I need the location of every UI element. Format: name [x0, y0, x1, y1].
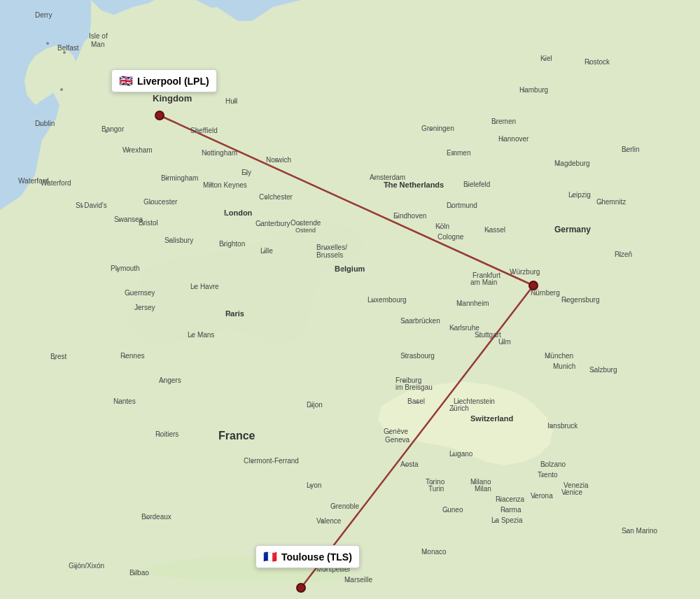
svg-point-151: [158, 434, 161, 437]
svg-point-148: [190, 334, 193, 337]
svg-point-211: [550, 425, 553, 428]
svg-point-207: [503, 509, 506, 512]
svg-point-147: [193, 286, 196, 288]
svg-point-134: [265, 197, 267, 199]
svg-point-140: [80, 205, 83, 208]
svg-text:France: France: [218, 430, 255, 442]
svg-text:Basel: Basel: [407, 397, 425, 405]
svg-point-169: [403, 355, 406, 358]
map-container: Derry Belfast Dublin Waterford Isle of M…: [0, 0, 700, 599]
svg-text:Saarbrücken: Saarbrücken: [400, 317, 440, 325]
svg-point-214: [445, 509, 448, 512]
svg-point-167: [371, 300, 374, 302]
svg-text:Brighton: Brighton: [219, 240, 245, 248]
svg-point-219: [529, 281, 538, 290]
svg-text:Köln: Köln: [435, 223, 449, 230]
svg-point-144: [137, 306, 140, 309]
svg-point-220: [297, 584, 305, 592]
svg-point-217: [424, 551, 427, 554]
svg-point-213: [494, 520, 497, 523]
svg-point-204: [431, 481, 434, 484]
svg-point-131: [245, 172, 248, 175]
svg-text:Groningen: Groningen: [421, 125, 454, 132]
svg-text:The Netherlands: The Netherlands: [384, 181, 444, 189]
svg-text:Plymouth: Plymouth: [111, 265, 140, 272]
map-svg: Derry Belfast Dublin Waterford Isle of M…: [0, 0, 700, 599]
svg-point-168: [403, 320, 406, 323]
svg-text:Plzeň: Plzeň: [615, 251, 632, 258]
svg-point-124: [105, 130, 108, 133]
svg-text:Munich: Munich: [553, 362, 575, 370]
svg-text:Venezia: Venezia: [564, 481, 589, 489]
svg-point-185: [487, 230, 490, 232]
svg-text:Belfast: Belfast: [57, 44, 79, 52]
svg-point-183: [588, 62, 591, 64]
svg-text:Berlin: Berlin: [622, 146, 640, 153]
svg-text:Derry: Derry: [35, 11, 52, 19]
svg-point-193: [599, 202, 602, 204]
svg-point-145: [53, 357, 56, 360]
svg-text:Genève: Genève: [384, 428, 408, 435]
svg-point-189: [512, 272, 515, 274]
svg-text:Turin: Turin: [428, 485, 444, 493]
svg-point-194: [557, 163, 560, 166]
svg-point-170: [403, 380, 406, 383]
svg-point-174: [429, 128, 432, 131]
svg-point-178: [466, 184, 469, 187]
svg-text:Belgium: Belgium: [335, 265, 365, 273]
toulouse-label: 🇫🇷 Toulouse (TLS): [255, 545, 360, 568]
svg-text:Luxembourg: Luxembourg: [368, 296, 407, 304]
svg-text:Kingdom: Kingdom: [153, 93, 192, 104]
svg-text:Kiel: Kiel: [540, 55, 552, 62]
svg-point-137: [142, 223, 145, 225]
svg-text:Bordeaux: Bordeaux: [141, 513, 172, 521]
svg-point-195: [624, 149, 627, 152]
svg-text:Cologne: Cologne: [438, 233, 464, 241]
svg-point-165: [325, 247, 328, 250]
svg-text:Valence: Valence: [316, 517, 342, 525]
svg-point-179: [501, 139, 504, 141]
svg-point-161: [347, 579, 350, 582]
svg-point-216: [625, 530, 628, 533]
svg-point-133: [149, 202, 152, 204]
svg-point-162: [309, 404, 312, 407]
svg-text:Man: Man: [91, 41, 104, 48]
svg-text:Trento: Trento: [538, 471, 558, 479]
svg-text:Ostend: Ostend: [295, 227, 316, 234]
svg-point-210: [543, 464, 546, 467]
svg-text:Sheffield: Sheffield: [190, 127, 218, 134]
svg-point-201: [388, 431, 391, 434]
svg-text:Bilbao: Bilbao: [130, 569, 149, 577]
svg-point-186: [459, 303, 462, 306]
svg-point-184: [438, 226, 441, 229]
svg-point-126: [234, 100, 237, 103]
svg-point-202: [405, 464, 407, 467]
svg-point-158: [333, 505, 336, 508]
svg-point-160: [324, 568, 327, 571]
svg-text:Bruxelles/: Bruxelles/: [316, 244, 347, 251]
svg-point-120: [63, 51, 66, 54]
svg-point-143: [128, 293, 131, 295]
svg-point-190: [533, 293, 536, 295]
svg-text:Waterford: Waterford: [18, 177, 49, 185]
svg-text:Geneva: Geneva: [385, 436, 410, 444]
svg-point-152: [228, 313, 231, 316]
svg-point-153: [146, 516, 148, 519]
svg-text:Ulm: Ulm: [498, 338, 511, 346]
svg-point-163: [263, 251, 266, 253]
svg-point-187: [452, 327, 455, 330]
svg-point-205: [473, 481, 476, 484]
svg-text:St David's: St David's: [76, 202, 107, 209]
svg-text:Brest: Brest: [50, 353, 67, 360]
svg-point-155: [74, 565, 77, 568]
svg-point-164: [298, 223, 301, 225]
svg-point-203: [452, 453, 455, 456]
svg-point-121: [46, 42, 49, 45]
svg-point-180: [522, 90, 525, 92]
svg-text:Isle of: Isle of: [89, 32, 108, 40]
svg-text:Oostende: Oostende: [290, 219, 321, 227]
svg-point-176: [396, 216, 399, 218]
svg-text:Norwich: Norwich: [266, 156, 291, 164]
svg-point-150: [116, 401, 119, 404]
svg-text:Kassel: Kassel: [484, 226, 505, 234]
